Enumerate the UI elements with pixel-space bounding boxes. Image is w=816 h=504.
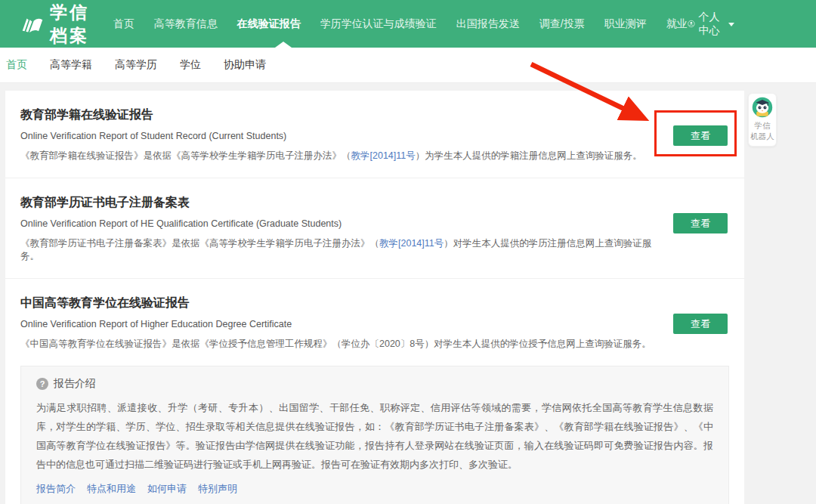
- report-intro-box: ? 报告介绍 为满足求职招聘、派遣接收、升学（考研、专升本）、出国留学、干部任免…: [20, 366, 729, 504]
- subnav-student-record[interactable]: 高等学籍: [50, 58, 92, 72]
- report-title: 教育部学历证书电子注册备案表: [20, 195, 654, 210]
- subnav-degree[interactable]: 学位: [180, 58, 201, 72]
- nav-overseas-report[interactable]: 出国报告发送: [456, 17, 520, 31]
- intro-paragraph: 为满足求职招聘、派遣接收、升学（考研、专升本）、出国留学、干部任免、职称评定、信…: [36, 398, 713, 474]
- report-row-qualification-certificate: 教育部学历证书电子注册备案表 Online Verification Repor…: [5, 178, 744, 278]
- subnav-home[interactable]: 首页: [6, 58, 27, 72]
- robot-label-line2: 机器人: [750, 131, 774, 141]
- intro-heading-row: ? 报告介绍: [36, 377, 713, 391]
- report-title: 中国高等教育学位在线验证报告: [20, 295, 654, 311]
- active-tab-notch: [275, 42, 292, 48]
- regulation-link[interactable]: 教学[2014]11号: [351, 150, 416, 161]
- link-how-to-apply[interactable]: 如何申请: [147, 482, 187, 496]
- main-header: 学信档案 首页 高等教育信息 在线验证报告 学历学位认证与成绩验证 出国报告发送…: [0, 0, 816, 48]
- question-icon: ?: [36, 378, 48, 390]
- chevron-down-icon: [728, 23, 734, 26]
- link-report-overview[interactable]: 报告简介: [36, 482, 76, 496]
- robot-label-line1: 学信: [750, 120, 774, 131]
- report-description: 《教育部学历证书电子注册备案表》是依据《高等学校学生学籍学历电子注册办法》（教学…: [20, 237, 654, 263]
- nav-home[interactable]: 首页: [113, 17, 134, 31]
- intro-links: 报告简介 特点和用途 如何申请 特别声明: [36, 482, 713, 496]
- reports-card: 教育部学籍在线验证报告 Online Verification Report o…: [5, 91, 744, 504]
- report-subtitle-en: Online Verification Report of Student Re…: [20, 131, 654, 141]
- report-description: 《教育部学籍在线验证报告》是依据《高等学校学生学籍学历电子注册办法》（教学[20…: [20, 150, 654, 162]
- nav-employment[interactable]: 就业: [666, 17, 688, 31]
- nav-online-verification-report[interactable]: 在线验证报告: [237, 17, 301, 31]
- robot-avatar-icon: [752, 97, 773, 118]
- desc-text: 《教育部学历证书电子注册备案表》是依据《高等学校学生学籍学历电子注册办法》（: [20, 238, 379, 249]
- subnav-qualification[interactable]: 高等学历: [115, 58, 157, 72]
- user-menu[interactable]: 个人中心: [688, 11, 734, 38]
- intro-heading: 报告介绍: [54, 377, 96, 391]
- view-student-record-button[interactable]: 查看: [673, 125, 728, 146]
- nav-higher-education-info[interactable]: 高等教育信息: [154, 17, 218, 31]
- nav-survey-vote[interactable]: 调查/投票: [539, 17, 585, 31]
- user-icon: [688, 17, 695, 30]
- report-subtitle-en: Online Verification Report of HE Qualifi…: [20, 218, 654, 229]
- regulation-link[interactable]: 教学[2014]11号: [379, 238, 444, 249]
- nav-career-test[interactable]: 职业测评: [604, 17, 647, 31]
- report-title: 教育部学籍在线验证报告: [20, 107, 654, 122]
- subnav-assist-apply[interactable]: 协助申请: [224, 58, 266, 72]
- main-nav: 首页 高等教育信息 在线验证报告 学历学位认证与成绩验证 出国报告发送 调查/投…: [113, 17, 688, 31]
- logo[interactable]: 学信档案: [21, 1, 101, 48]
- view-qualification-button[interactable]: 查看: [673, 213, 728, 233]
- nav-degree-certification[interactable]: 学历学位认证与成绩验证: [320, 17, 437, 31]
- chsi-robot-widget[interactable]: 学信 机器人: [748, 93, 777, 147]
- view-degree-button[interactable]: 查看: [673, 314, 728, 334]
- desc-text: 《中国高等教育学位在线验证报告》是依据《学位授予信息管理工作规程》（学位办〔20…: [20, 339, 651, 349]
- desc-text: ）为学生本人提供的学籍注册信息网上查询验证服务。: [416, 150, 642, 161]
- desc-text: 《教育部学籍在线验证报告》是依据《高等学校学生学籍学历电子注册办法》（: [20, 150, 351, 161]
- link-special-statement[interactable]: 特别声明: [198, 482, 237, 496]
- logo-text: 学信档案: [50, 1, 101, 48]
- report-row-student-record: 教育部学籍在线验证报告 Online Verification Report o…: [5, 91, 744, 178]
- report-row-degree-certificate: 中国高等教育学位在线验证报告 Online Verification Repor…: [5, 278, 744, 366]
- logo-book-icon: [21, 11, 44, 38]
- report-subtitle-en: Online Verification Report of Higher Edu…: [20, 319, 654, 329]
- sub-nav: 首页 高等学籍 高等学历 学位 协助申请: [0, 48, 816, 83]
- link-features-uses[interactable]: 特点和用途: [87, 482, 136, 496]
- user-menu-label: 个人中心: [699, 11, 723, 38]
- report-description: 《中国高等教育学位在线验证报告》是依据《学位授予信息管理工作规程》（学位办〔20…: [20, 338, 654, 351]
